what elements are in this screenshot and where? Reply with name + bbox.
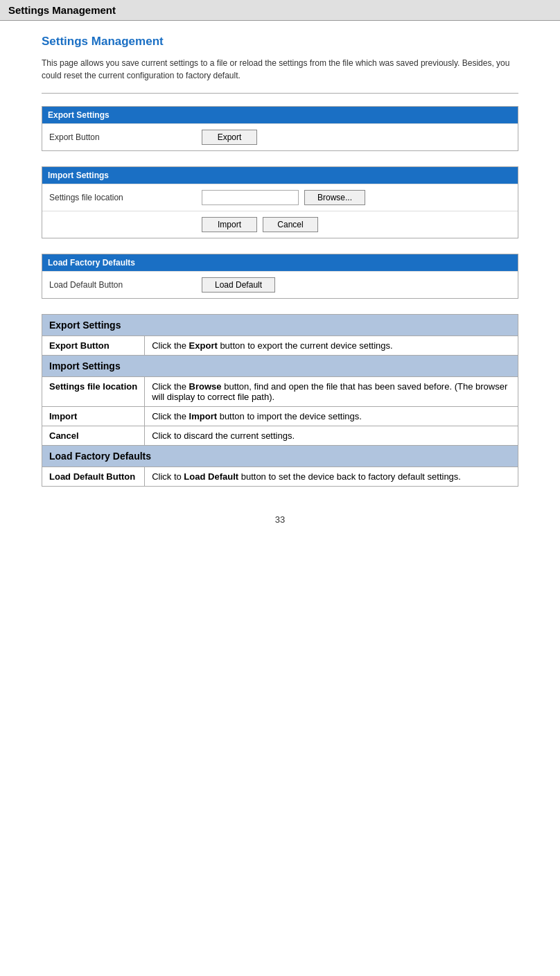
- import-action-row: Import Cancel: [42, 211, 518, 238]
- ref-field-description: Click to discard the current settings.: [145, 426, 518, 446]
- load-default-label: Load Default Button: [49, 280, 202, 290]
- settings-file-input[interactable]: [202, 190, 299, 205]
- ref-section-row: Load Factory Defaults: [42, 446, 518, 467]
- cancel-button[interactable]: Cancel: [263, 217, 318, 232]
- ref-field-description: Click the Import button to import the de…: [145, 407, 518, 426]
- ref-data-row: Load Default ButtonClick to Load Default…: [42, 467, 518, 487]
- page-title-bar: Settings Management: [0, 0, 560, 21]
- export-button-row: Export Button Export: [42, 123, 518, 150]
- export-settings-header: Export Settings: [42, 107, 518, 123]
- footer: 33: [42, 514, 518, 525]
- ref-data-row: Settings file locationClick the Browse b…: [42, 377, 518, 407]
- ref-data-row: Export ButtonClick the Export button to …: [42, 336, 518, 356]
- ref-field-description: Click the Browse button, find and open t…: [145, 377, 518, 407]
- factory-defaults-panel: Load Factory Defaults Load Default Butto…: [42, 254, 518, 299]
- export-controls: Export: [202, 130, 257, 145]
- ref-field-label: Export Button: [42, 336, 145, 356]
- import-file-controls: Browse...: [202, 190, 365, 205]
- ref-section-row: Import Settings: [42, 356, 518, 377]
- reference-table: Export SettingsExport ButtonClick the Ex…: [42, 314, 518, 487]
- export-button-label: Export Button: [49, 132, 202, 142]
- main-content: Settings Management This page allows you…: [0, 21, 560, 552]
- page-number: 33: [275, 514, 285, 525]
- ref-field-label: Load Default Button: [42, 467, 145, 487]
- import-action-controls: Import Cancel: [202, 217, 318, 232]
- import-button[interactable]: Import: [202, 217, 257, 232]
- ref-field-label: Import: [42, 407, 145, 426]
- divider: [42, 93, 518, 94]
- load-default-controls: Load Default: [202, 277, 275, 293]
- import-file-row: Settings file location Browse...: [42, 184, 518, 211]
- factory-defaults-header: Load Factory Defaults: [42, 254, 518, 271]
- browse-button[interactable]: Browse...: [304, 190, 365, 205]
- ref-field-label: Settings file location: [42, 377, 145, 407]
- section-heading: Settings Management: [42, 35, 518, 49]
- load-default-button[interactable]: Load Default: [202, 277, 275, 293]
- page-title: Settings Management: [8, 4, 116, 16]
- ref-field-label: Cancel: [42, 426, 145, 446]
- ref-field-description: Click to Load Default button to set the …: [145, 467, 518, 487]
- export-settings-panel: Export Settings Export Button Export: [42, 106, 518, 151]
- ref-section-row: Export Settings: [42, 315, 518, 336]
- import-settings-header: Import Settings: [42, 167, 518, 184]
- load-default-row: Load Default Button Load Default: [42, 271, 518, 298]
- ref-data-row: CancelClick to discard the current setti…: [42, 426, 518, 446]
- export-button[interactable]: Export: [202, 130, 257, 145]
- ref-data-row: ImportClick the Import button to import …: [42, 407, 518, 426]
- settings-file-location-label: Settings file location: [49, 193, 202, 202]
- ref-field-description: Click the Export button to export the cu…: [145, 336, 518, 356]
- description: This page allows you save current settin…: [42, 57, 518, 82]
- import-settings-panel: Import Settings Settings file location B…: [42, 166, 518, 238]
